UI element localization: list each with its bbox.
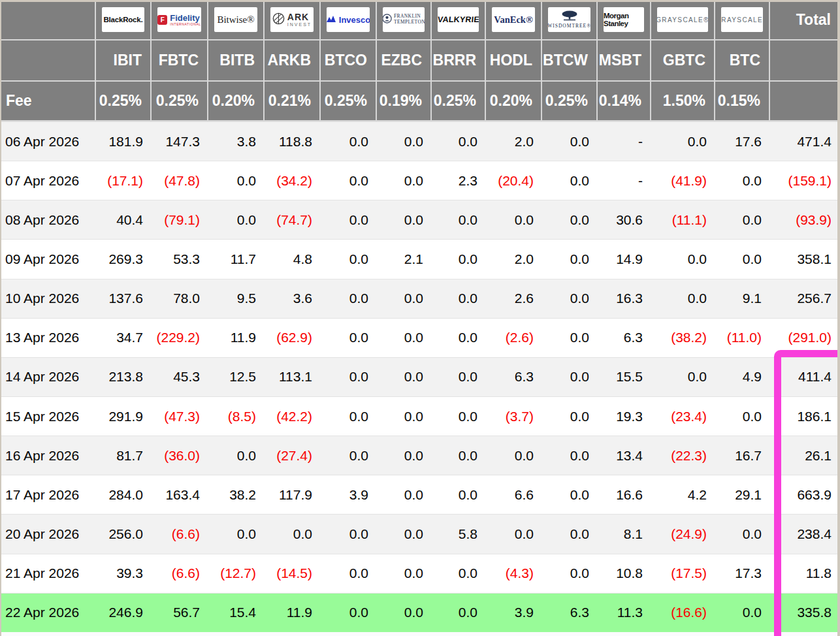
provider-cell-grayscale: GRAYSCALE® (651, 0, 715, 40)
cell-BITB: (8.5) (208, 396, 265, 436)
cell-BTCO: 0.0 (321, 396, 377, 436)
cell-MSBT: 11.3 (598, 593, 651, 632)
cell-BRRR: 5.8 (432, 514, 486, 553)
ticker-GBTC: GBTC (651, 40, 715, 82)
cell-MSBT: 30.6 (598, 200, 651, 239)
cell-BTCW: 0.0 (542, 357, 598, 396)
bitwise-name: Bitwise® (217, 14, 254, 25)
logo-morganstanley: Morgan Stanley (604, 7, 644, 32)
logo-valkyrie: VALKYRIE (438, 7, 479, 32)
cell-EZBC: 0.0 (377, 396, 432, 436)
row-date: 17 Apr 2026 (0, 475, 96, 514)
cell-EZBC: 0.0 (377, 514, 432, 553)
cell-BITB: 0.0 (208, 436, 265, 475)
fee-row-label: Fee (0, 82, 96, 121)
cell-HODL: 0.0 (486, 436, 542, 475)
row-date: 16 Apr 2026 (0, 436, 96, 475)
cell-IBIT: 81.7 (96, 436, 152, 475)
templeton-line: TEMPLETON (394, 20, 425, 25)
logo-vaneck: VanEck® (492, 7, 535, 32)
cell-GBTC: (17.5) (651, 554, 715, 593)
ticker-BRRR: BRRR (432, 40, 486, 82)
cell-ARKB: 3.6 (265, 279, 321, 318)
provider-cell-franklin: FRANKLINTEMPLETON (377, 0, 432, 40)
cell-BTCO: 0.0 (321, 121, 377, 161)
table-frame-top (0, 0, 840, 2)
cell-BRRR: 0.0 (432, 239, 486, 278)
cell-GBTC: (22.3) (651, 436, 715, 475)
cell-total: 238.4 (770, 514, 840, 553)
cell-BRRR: 0.0 (432, 200, 486, 239)
fee-EZBC: 0.19% (377, 82, 432, 121)
cell-BITB: 3.8 (208, 121, 265, 161)
vaneck-name: VanEck® (494, 14, 532, 25)
cell-BTC: 4.9 (715, 357, 770, 396)
ticker-BTCW: BTCW (542, 40, 598, 82)
cell-GBTC: (11.1) (651, 200, 715, 239)
cell-total: 471.4 (770, 121, 840, 161)
logo-fidelity: FFidelityINTERNATIONAL (157, 7, 201, 32)
cell-BTCO: 0.0 (321, 554, 377, 593)
cell-total: 358.1 (770, 239, 840, 278)
cell-IBIT: (17.1) (96, 161, 152, 200)
cell-EZBC: 0.0 (377, 121, 432, 161)
logo-grayscale: GRAYSCALE® (657, 7, 708, 32)
cell-MSBT: 6.3 (598, 318, 651, 357)
cell-total: (93.9) (770, 200, 840, 239)
invesco-mountain-icon (327, 14, 336, 25)
cell-BRRR: 0.0 (432, 121, 486, 161)
cell-ARKB: (27.4) (265, 436, 321, 475)
cell-FBTC: 56.7 (152, 593, 208, 632)
cell-ARKB: (62.9) (265, 318, 321, 357)
cell-IBIT: 291.9 (96, 396, 152, 436)
franklin-portrait-icon (383, 14, 392, 26)
cell-BITB: 11.9 (208, 318, 265, 357)
table-frame-right (837, 0, 840, 636)
cell-total: 11.8 (770, 554, 840, 593)
cell-BTCW: 0.0 (542, 279, 598, 318)
cell-BTC: 0.0 (715, 239, 770, 278)
cell-EZBC: 0.0 (377, 436, 432, 475)
cell-BTCW: 0.0 (542, 514, 598, 553)
ark-globe-icon (272, 12, 285, 27)
cell-BTC: 9.1 (715, 279, 770, 318)
cell-GBTC: (23.4) (651, 396, 715, 436)
row-date: 22 Apr 2026 (0, 593, 96, 632)
fee-row-total-spacer (770, 82, 840, 121)
cell-ARKB: (74.7) (265, 200, 321, 239)
cell-BTCW: 0.0 (542, 200, 598, 239)
cell-BTC: 17.3 (715, 554, 770, 593)
cell-total: 26.1 (770, 436, 840, 475)
invesco-name: Invesco (339, 15, 370, 25)
cell-GBTC: 0.0 (651, 121, 715, 161)
cell-BITB: 0.0 (208, 200, 265, 239)
cell-BRRR: 0.0 (432, 357, 486, 396)
cell-ARKB: 118.8 (265, 121, 321, 161)
ark-invest-label: INVEST (287, 22, 312, 27)
cell-EZBC: 0.0 (377, 161, 432, 200)
provider-cell-grayscale2: GRAYSCALE® (715, 0, 770, 40)
cell-BITB: (12.7) (208, 554, 265, 593)
cell-BITB: 12.5 (208, 357, 265, 396)
cell-BITB: 9.5 (208, 279, 265, 318)
cell-BRRR: 0.0 (432, 593, 486, 632)
cell-EZBC: 0.0 (377, 318, 432, 357)
cell-HODL: 3.9 (486, 593, 542, 632)
cell-MSBT: 13.4 (598, 436, 651, 475)
total-column-header: Total (770, 0, 840, 40)
cell-IBIT: 213.8 (96, 357, 152, 396)
cell-BTCW: 0.0 (542, 436, 598, 475)
cell-BTC: 0.0 (715, 514, 770, 553)
ticker-row-corner (0, 40, 96, 82)
provider-cell-blackrock: BlackRock. (96, 0, 152, 40)
cell-BTC: 17.6 (715, 121, 770, 161)
cell-BTCO: 0.0 (321, 514, 377, 553)
cell-IBIT: 40.4 (96, 200, 152, 239)
bottom-strip (0, 632, 840, 636)
morganstanley-name: Morgan Stanley (604, 12, 644, 27)
cell-IBIT: 269.3 (96, 239, 152, 278)
cell-BTC: 29.1 (715, 475, 770, 514)
cell-GBTC: (38.2) (651, 318, 715, 357)
cell-ARKB: 11.9 (265, 593, 321, 632)
logo-ark: ARKINVEST (270, 7, 314, 32)
